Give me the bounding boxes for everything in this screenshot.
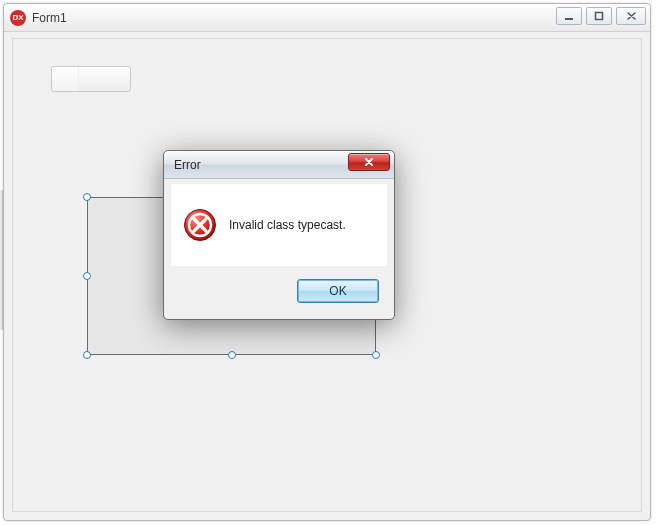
window-controls	[556, 7, 646, 25]
svg-rect-1	[596, 13, 603, 20]
svg-rect-0	[565, 18, 573, 20]
error-dialog: Error Invalid class typeca	[163, 150, 395, 320]
minimize-button[interactable]	[556, 7, 582, 25]
close-button[interactable]	[616, 7, 646, 25]
dialog-close-button[interactable]	[348, 153, 390, 171]
maximize-button[interactable]	[586, 7, 612, 25]
maximize-icon	[594, 11, 604, 21]
resize-handle-top-left[interactable]	[83, 193, 91, 201]
minimize-icon	[564, 11, 574, 21]
dialog-footer: OK	[171, 271, 387, 311]
error-icon	[183, 208, 217, 242]
dialog-titlebar[interactable]: Error	[164, 151, 394, 179]
ok-button-label: OK	[329, 284, 346, 298]
resize-handle-bottom-right[interactable]	[372, 351, 380, 359]
window-title: Form1	[32, 11, 67, 25]
resize-handle-bottom-middle[interactable]	[228, 351, 236, 359]
app-icon: DX	[10, 10, 26, 26]
resize-handle-middle-left[interactable]	[83, 272, 91, 280]
main-titlebar[interactable]: DX Form1	[4, 4, 650, 32]
close-icon	[363, 157, 375, 167]
resize-handle-bottom-left[interactable]	[83, 351, 91, 359]
close-icon	[626, 11, 637, 21]
dialog-body: Invalid class typecast.	[171, 184, 387, 266]
dialog-message: Invalid class typecast.	[229, 218, 346, 232]
dialog-title: Error	[174, 158, 201, 172]
toolbar-button[interactable]	[51, 66, 131, 92]
ok-button[interactable]: OK	[297, 279, 379, 303]
background-fragment	[654, 0, 661, 525]
